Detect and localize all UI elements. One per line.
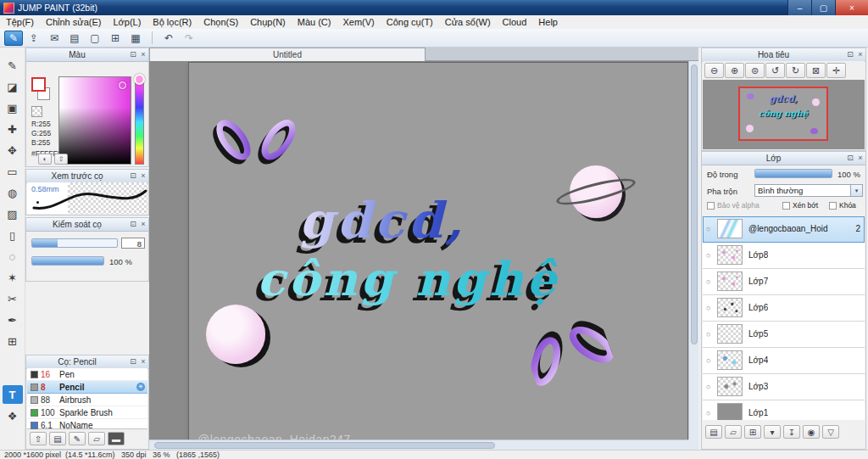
text-tool-icon[interactable]: T xyxy=(3,385,23,404)
saturation-value-field[interactable] xyxy=(58,76,131,165)
transparent-color-swatch[interactable] xyxy=(31,106,42,117)
zoom-in-icon[interactable]: ⊕ xyxy=(725,63,744,78)
brush-folder-icon[interactable]: ▱ xyxy=(88,432,105,445)
add-layer-icon[interactable]: ▤ xyxy=(705,425,722,439)
rotate-right-icon[interactable]: ↻ xyxy=(786,63,805,78)
comment-icon[interactable]: ✉ xyxy=(45,31,64,46)
zoom-out-icon[interactable]: ⊖ xyxy=(704,63,724,78)
layer-opacity-slider[interactable] xyxy=(754,169,832,178)
duplicate-layer-icon[interactable]: ⊞ xyxy=(744,425,761,439)
menu-filter[interactable]: Bộ lọc(R) xyxy=(147,15,198,29)
visibility-icon[interactable]: ○ xyxy=(706,304,710,312)
visibility-icon[interactable]: ○ xyxy=(706,383,710,391)
menu-edit[interactable]: Chỉnh sửa(E) xyxy=(40,15,107,29)
visibility-icon[interactable]: ○ xyxy=(706,225,710,233)
brush-size-input[interactable]: 8 xyxy=(121,238,145,249)
horizontal-scrollbar-thumb[interactable] xyxy=(154,442,495,449)
navigator-thumbnail[interactable]: gdcd, công nghệ xyxy=(738,87,828,141)
new-canvas-icon[interactable]: ▢ xyxy=(86,31,104,46)
palette-icon[interactable]: ◐ xyxy=(38,154,52,165)
brush-menu-icon[interactable]: ▬ xyxy=(108,432,125,445)
brush-row-sparkle[interactable]: 100 Sparkle Brush xyxy=(27,406,147,419)
popout-icon[interactable]: ⊡ xyxy=(128,355,138,368)
vertical-scrollbar-thumb[interactable] xyxy=(691,64,698,344)
close-icon[interactable]: × xyxy=(138,218,148,231)
publish-icon[interactable]: ⇪ xyxy=(25,31,43,46)
brush-row-noname[interactable]: 6.1 NoName xyxy=(27,419,147,432)
close-icon[interactable]: × xyxy=(855,48,865,61)
brush-opacity-slider[interactable] xyxy=(31,256,104,266)
gradient-tool-icon[interactable]: ▨ xyxy=(3,204,23,223)
close-icon[interactable]: × xyxy=(138,355,148,368)
panel-tool-icon[interactable]: ⊞ xyxy=(3,332,23,350)
brush-move-up-icon[interactable]: ⇧ xyxy=(30,432,47,445)
hue-marker[interactable] xyxy=(134,74,145,85)
reset-view-icon[interactable]: ✛ xyxy=(826,63,846,78)
lasso-tool-icon[interactable]: ◌ xyxy=(3,247,23,266)
magic-wand-tool-icon[interactable]: ✶ xyxy=(3,268,23,287)
canvas-tab-untitled[interactable]: Untitled xyxy=(149,48,426,61)
popout-icon[interactable]: ⊡ xyxy=(845,48,855,61)
eraser-tool-icon[interactable]: ◪ xyxy=(3,77,23,96)
edit-brush-icon[interactable]: ✎ xyxy=(69,432,86,445)
menu-select[interactable]: Chọn(S) xyxy=(198,15,244,29)
visibility-icon[interactable]: ○ xyxy=(706,277,710,286)
brush-settings-icon[interactable]: ✳ xyxy=(136,383,145,391)
visibility-icon[interactable]: ○ xyxy=(706,330,710,339)
close-icon[interactable]: × xyxy=(138,48,148,61)
undo-icon[interactable]: ↶ xyxy=(159,31,178,46)
menu-color[interactable]: Màu (C) xyxy=(292,15,337,29)
visibility-icon[interactable]: ○ xyxy=(706,356,710,365)
layer-row-5[interactable]: ○ Lớp5 xyxy=(703,322,865,348)
duplicate-icon[interactable]: ⊞ xyxy=(106,31,125,46)
menu-layer[interactable]: Lớp(L) xyxy=(107,15,147,29)
smudge-tool-icon[interactable]: ▣ xyxy=(3,98,23,117)
layer-row-6[interactable]: ○ Lớp6 xyxy=(703,295,865,322)
add-folder-icon[interactable]: ▱ xyxy=(725,425,742,439)
popout-icon[interactable]: ⊡ xyxy=(128,218,138,231)
color-expand-icon[interactable]: ⇧ xyxy=(54,154,68,165)
lock-checkbox[interactable]: Khóa xyxy=(829,201,856,210)
brush-size-slider[interactable] xyxy=(31,238,118,248)
layer-row-1[interactable]: ○ Lớp1 xyxy=(703,400,865,420)
menu-tools[interactable]: Công cụ(T) xyxy=(381,15,439,29)
visibility-icon[interactable]: ○ xyxy=(706,251,710,260)
close-icon[interactable]: × xyxy=(138,170,148,182)
delete-layer-icon[interactable]: ▽ xyxy=(822,425,839,439)
layer-row-4[interactable]: ○ Lớp4 xyxy=(703,348,865,374)
select-tool-icon[interactable]: ▯ xyxy=(3,226,23,244)
blend-tool-icon[interactable]: ✚ xyxy=(3,120,23,138)
divide-tool-icon[interactable]: ✂ xyxy=(3,289,23,308)
layer-row-text[interactable]: ○ @lengocbaoan_Hoid 2 xyxy=(703,216,865,243)
gallery-icon[interactable]: ▤ xyxy=(65,31,84,46)
menu-help[interactable]: Help xyxy=(532,15,564,29)
add-brush-icon[interactable]: ▤ xyxy=(49,432,66,445)
canvas-viewport[interactable]: gdcd, gdcd, công nghệ công nghệ xyxy=(149,61,688,439)
sv-marker[interactable] xyxy=(119,81,126,89)
menu-view[interactable]: Xem(V) xyxy=(337,15,380,29)
close-button[interactable]: × xyxy=(835,0,868,15)
popout-icon[interactable]: ⊡ xyxy=(845,152,855,165)
rotate-left-icon[interactable]: ↺ xyxy=(765,63,785,78)
move-tool-icon[interactable]: ✥ xyxy=(3,141,23,160)
brush-row-pencil[interactable]: 8 Pencil ✳ xyxy=(27,381,147,394)
camera-icon[interactable]: ◉ xyxy=(803,425,820,439)
close-icon[interactable]: × xyxy=(855,152,865,165)
blend-mode-select[interactable]: Bình thường ▾ xyxy=(754,184,863,197)
hue-strip[interactable] xyxy=(135,76,144,165)
navigator-view[interactable]: gdcd, công nghệ xyxy=(703,80,865,149)
fill-rect-tool-icon[interactable]: ▭ xyxy=(3,162,23,181)
materials-icon[interactable]: ▦ xyxy=(126,31,145,46)
menu-file[interactable]: Tệp(F) xyxy=(0,15,40,29)
brush-tool-icon[interactable]: ✎ xyxy=(3,56,23,75)
popout-icon[interactable]: ⊡ xyxy=(128,48,138,61)
vertical-scrollbar[interactable] xyxy=(688,61,698,439)
protect-alpha-checkbox[interactable]: Bảo vệ alpha xyxy=(707,201,760,210)
clipping-checkbox[interactable]: Xén bớt xyxy=(782,201,818,210)
menu-cloud[interactable]: Cloud xyxy=(497,15,533,29)
layer-row-7[interactable]: ○ Lớp7 xyxy=(703,269,865,295)
maximize-button[interactable]: ▢ xyxy=(811,0,835,15)
eyedropper-tool-icon[interactable]: ✒ xyxy=(3,311,23,329)
zoom-reset-icon[interactable]: ⊜ xyxy=(745,63,765,78)
minimize-button[interactable]: – xyxy=(787,0,811,15)
